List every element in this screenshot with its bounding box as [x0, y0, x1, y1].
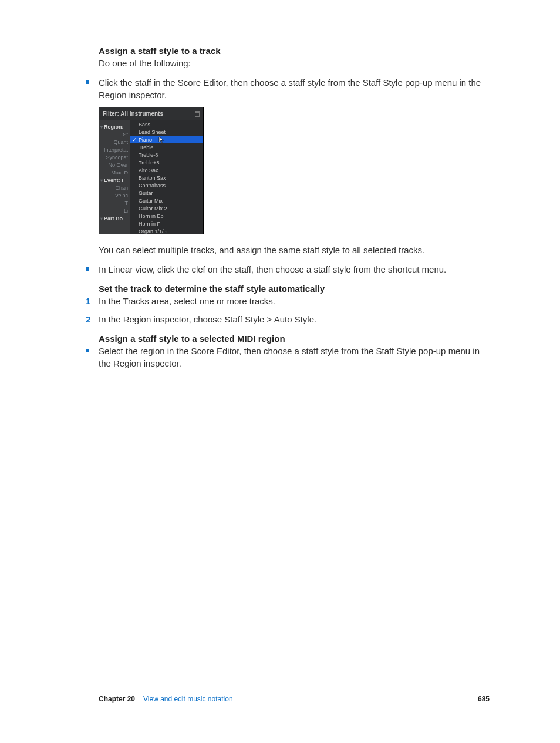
- step-text: In the Tracks area, select one or more t…: [99, 295, 490, 307]
- region-header: Region:: [99, 123, 130, 130]
- left-row: Li: [99, 207, 130, 214]
- menu-item: Treble+8: [130, 159, 203, 166]
- left-row: T: [99, 199, 130, 207]
- intro-text: Do one of the following:: [99, 57, 490, 69]
- bullet-item: In Linear view, click the clef on the st…: [86, 263, 490, 275]
- staff-style-menu: BassLead SheetPianoTrebleTreble-8Treble+…: [130, 120, 203, 234]
- menu-item: Treble: [130, 143, 203, 151]
- left-row: Max. D: [99, 169, 130, 176]
- page-number: 685: [478, 695, 490, 703]
- menu-item: Guitar Mix: [130, 197, 203, 204]
- page-footer: Chapter 20 View and edit music notation …: [99, 695, 490, 703]
- numbered-step: 1 In the Tracks area, select one or more…: [86, 295, 490, 307]
- menu-item: Guitar Mix 2: [130, 204, 203, 212]
- step-text: In the Region inspector, choose Staff St…: [99, 313, 490, 325]
- partbox-header: Part Bo: [99, 214, 130, 222]
- after-shot-text: You can select multiple tracks, and assi…: [99, 244, 490, 256]
- chapter-label: Chapter 20: [99, 695, 135, 703]
- region-inspector-screenshot: Filter: All Instruments Region: St Quant…: [99, 107, 204, 234]
- menu-item: Bariton Sax: [130, 174, 203, 181]
- menu-item: Piano: [130, 136, 203, 143]
- bullet-text: Click the staff in the Score Editor, the…: [99, 76, 490, 101]
- heading-assign-staff-style-track: Assign a staff style to a track: [99, 46, 490, 56]
- menu-item: Lead Sheet: [130, 128, 203, 136]
- event-header: Event: I: [99, 176, 130, 184]
- step-number: 1: [86, 295, 99, 307]
- menu-item: Horn in F: [130, 220, 203, 227]
- menu-item: Contrabass: [130, 181, 203, 189]
- panel-icon: [195, 111, 200, 117]
- chapter-title: View and edit music notation: [143, 695, 233, 703]
- menu-item: Treble-8: [130, 151, 203, 159]
- inspector-left-column: Region: St Quant Interpretat Syncopat No…: [99, 120, 130, 234]
- left-row: Veloc: [99, 191, 130, 199]
- bullet-item: Select the region in the Score Editor, t…: [86, 345, 490, 369]
- step-number: 2: [86, 313, 99, 325]
- left-row: Interpretat: [99, 146, 130, 153]
- bullet-marker: [86, 76, 99, 101]
- left-row: No Over: [99, 161, 130, 169]
- left-row: St: [99, 130, 130, 138]
- left-row: Quant: [99, 138, 130, 146]
- cursor-icon: [158, 136, 164, 143]
- menu-item: Organ 1/1/5: [130, 227, 203, 234]
- heading-assign-staff-style-region: Assign a staff style to a selected MIDI …: [99, 334, 490, 344]
- bullet-marker: [86, 345, 99, 369]
- bullet-text: In Linear view, click the clef on the st…: [99, 263, 490, 275]
- filter-label: Filter: All Instruments: [103, 110, 163, 117]
- bullet-marker: [86, 263, 99, 275]
- numbered-step: 2 In the Region inspector, choose Staff …: [86, 313, 490, 325]
- left-row: Chan: [99, 184, 130, 191]
- heading-set-track-auto: Set the track to determine the staff sty…: [99, 284, 490, 294]
- filter-bar: Filter: All Instruments: [99, 107, 203, 120]
- menu-item: Bass: [130, 120, 203, 128]
- bullet-item: Click the staff in the Score Editor, the…: [86, 76, 490, 101]
- bullet-text: Select the region in the Score Editor, t…: [99, 345, 490, 369]
- menu-item: Alto Sax: [130, 166, 203, 174]
- menu-item: Guitar: [130, 189, 203, 197]
- left-row: Syncopat: [99, 153, 130, 161]
- menu-item: Horn in Eb: [130, 212, 203, 220]
